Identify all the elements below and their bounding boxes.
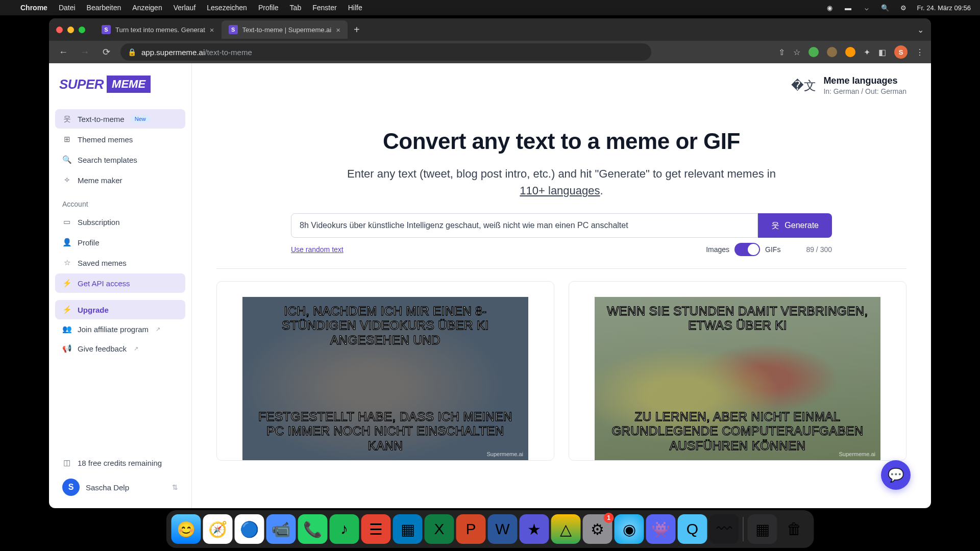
dock-quicktime[interactable]: Q: [678, 514, 707, 544]
dock-trello[interactable]: ▦: [393, 514, 423, 544]
minimize-window-button[interactable]: [67, 27, 74, 33]
sidebar-item-meme-maker[interactable]: ✧ Meme maker: [55, 170, 185, 190]
browser-tab-active[interactable]: S Text-to-meme | Supermeme.ai ×: [222, 20, 348, 39]
menu-lesezeichen[interactable]: Lesezeichen: [207, 4, 247, 12]
back-button[interactable]: ←: [56, 47, 70, 58]
sidebar-item-saved-memes[interactable]: ☆ Saved memes: [55, 253, 185, 272]
user-name: Sascha Delp: [86, 483, 129, 492]
extension-icon[interactable]: [845, 47, 855, 57]
languages-link[interactable]: 110+ languages: [520, 184, 600, 197]
forward-button[interactable]: →: [78, 47, 92, 58]
close-window-button[interactable]: [56, 27, 63, 33]
sidebar-section-account: Account: [55, 190, 185, 212]
maximize-window-button[interactable]: [79, 27, 85, 33]
dock-separator: [743, 517, 744, 541]
window-controls: [56, 27, 85, 33]
bookmark-icon[interactable]: ☆: [793, 47, 800, 57]
share-icon[interactable]: ⇧: [778, 47, 785, 57]
dock-discord[interactable]: 👾: [646, 514, 676, 544]
chat-fab[interactable]: 💬: [881, 460, 911, 490]
menu-bearbeiten[interactable]: Bearbeiten: [87, 4, 121, 12]
dock-spotify[interactable]: ♪: [330, 514, 359, 544]
sidebar-item-search-templates[interactable]: 🔍 Search templates: [55, 150, 185, 169]
dock-word[interactable]: W: [488, 514, 518, 544]
close-tab-icon[interactable]: ×: [336, 26, 340, 34]
sidebar: SUPER MEME 웃 Text-to-meme New ⊞ Themed m…: [49, 63, 192, 508]
extension-icon[interactable]: [827, 47, 837, 57]
battery-icon[interactable]: ▬: [844, 3, 853, 12]
lock-icon[interactable]: 🔒: [128, 48, 136, 56]
dock-todoist[interactable]: ☰: [361, 514, 391, 544]
sidebar-item-themed-memes[interactable]: ⊞ Themed memes: [55, 130, 185, 149]
dock-drive[interactable]: △: [551, 514, 581, 544]
dock-imovie[interactable]: ★: [520, 514, 549, 544]
dock-safari[interactable]: 🧭: [203, 514, 233, 544]
menubar-app-name[interactable]: Chrome: [20, 4, 47, 12]
tabs-dropdown-icon[interactable]: ⌄: [917, 25, 924, 35]
dock-finder[interactable]: 😊: [172, 514, 201, 544]
menu-fenster[interactable]: Fenster: [312, 4, 336, 12]
record-icon[interactable]: ◉: [825, 3, 835, 12]
menubar-datetime[interactable]: Fr. 24. März 09:56: [917, 4, 971, 12]
menu-tab[interactable]: Tab: [290, 4, 302, 12]
favicon-icon: S: [102, 25, 111, 34]
spotlight-icon[interactable]: 🔍: [880, 3, 890, 12]
dock-trash[interactable]: 🗑: [779, 514, 809, 544]
browser-tab[interactable]: S Turn text into memes. Generat ×: [94, 20, 222, 39]
random-text-link[interactable]: Use random text: [291, 245, 344, 254]
dock-chrome[interactable]: 🔵: [235, 514, 264, 544]
images-gifs-toggle[interactable]: [734, 243, 760, 256]
generate-button[interactable]: 웃 Generate: [758, 213, 832, 238]
meme-image: WENN SIE STUNDEN DAMIT VERBRINGEN, ETWAS…: [595, 297, 880, 460]
sidebar-item-feedback[interactable]: 📢 Give feedback ↗: [55, 339, 185, 358]
app-logo[interactable]: SUPER MEME: [59, 76, 181, 93]
dock-app[interactable]: ◉: [615, 514, 644, 544]
sidepanel-icon[interactable]: ◧: [878, 47, 886, 57]
tab-title: Turn text into memes. Generat: [115, 26, 205, 34]
wifi-icon[interactable]: ⌵: [862, 3, 871, 12]
address-bar[interactable]: 🔒 app.supermeme.ai/text-to-meme: [120, 43, 651, 61]
sidebar-item-affiliate[interactable]: 👥 Join affiliate program ↗: [55, 319, 185, 339]
meme-card[interactable]: ICH, NACHDEM ICH MIR EINEN 8-STÜNDIGEN V…: [216, 281, 554, 461]
chrome-menu-icon[interactable]: ⋮: [916, 47, 924, 57]
sidebar-item-label: Text-to-meme: [78, 115, 125, 123]
sidebar-item-label: Give feedback: [78, 344, 127, 353]
menu-hilfe[interactable]: Hilfe: [348, 4, 362, 12]
menu-verlauf[interactable]: Verlauf: [174, 4, 196, 12]
dock-zoom[interactable]: 📹: [266, 514, 296, 544]
credits-label: 18 free credits remaining: [78, 459, 162, 467]
sidebar-item-upgrade[interactable]: ⚡ Upgrade: [55, 300, 185, 319]
url-text: app.supermeme.ai/text-to-meme: [141, 48, 252, 57]
menu-datei[interactable]: Datei: [59, 4, 76, 12]
dock-voice[interactable]: 〰: [709, 514, 739, 544]
new-tab-button[interactable]: +: [348, 24, 366, 36]
dock-excel[interactable]: X: [425, 514, 454, 544]
page-title: Convert any text to a meme or GIF: [216, 129, 906, 154]
sidebar-item-subscription[interactable]: ▭ Subscription: [55, 212, 185, 232]
dock-whatsapp[interactable]: 📞: [298, 514, 328, 544]
sidebar-item-text-to-meme[interactable]: 웃 Text-to-meme New: [55, 109, 185, 129]
meme-text-input[interactable]: [291, 213, 758, 238]
wallet-icon: ◫: [62, 458, 71, 467]
dock-settings[interactable]: ⚙1: [583, 514, 612, 544]
reload-button[interactable]: ⟳: [99, 46, 113, 58]
profile-avatar[interactable]: S: [894, 45, 908, 59]
close-tab-icon[interactable]: ×: [210, 26, 214, 34]
user-menu[interactable]: S Sascha Delp ⇅: [55, 472, 185, 502]
dock-powerpoint[interactable]: P: [456, 514, 486, 544]
language-selector[interactable]: �文 Meme languages In: German / Out: Germ…: [791, 76, 906, 95]
language-title: Meme languages: [823, 76, 906, 86]
extensions-puzzle-icon[interactable]: ✦: [864, 47, 870, 57]
chrome-window: S Turn text into memes. Generat × S Text…: [49, 18, 931, 508]
external-link-icon: ↗: [134, 345, 138, 352]
generate-icon: 웃: [771, 220, 779, 231]
sidebar-item-api-access[interactable]: ⚡ Get API access: [55, 273, 185, 293]
control-center-icon[interactable]: ⚙: [899, 3, 908, 12]
dock-app-other[interactable]: ▦: [748, 514, 777, 544]
menu-profile[interactable]: Profile: [258, 4, 279, 12]
extension-icon[interactable]: [808, 47, 819, 57]
sidebar-item-profile[interactable]: 👤 Profile: [55, 233, 185, 252]
menu-anzeigen[interactable]: Anzeigen: [132, 4, 162, 12]
meme-card[interactable]: WENN SIE STUNDEN DAMIT VERBRINGEN, ETWAS…: [569, 281, 906, 461]
main-content: �文 Meme languages In: German / Out: Germ…: [192, 63, 931, 508]
